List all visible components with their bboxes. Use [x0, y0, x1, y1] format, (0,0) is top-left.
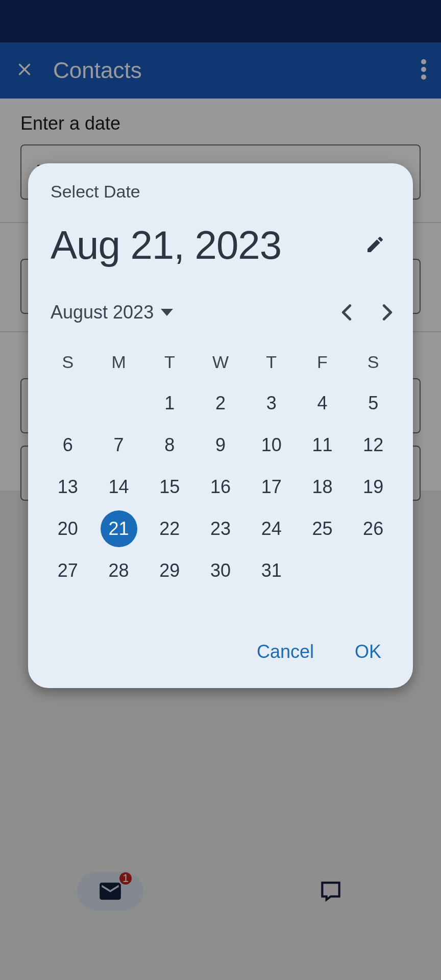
datepicker-headline: Aug 21, 2023 [51, 222, 281, 268]
calendar-day[interactable]: 28 [101, 552, 137, 589]
dow-header: T [246, 344, 297, 380]
datepicker-supertitle: Select Date [28, 182, 413, 202]
calendar-day[interactable]: 18 [304, 469, 340, 505]
calendar-day[interactable]: 25 [304, 510, 340, 547]
dow-header: M [93, 344, 144, 380]
edit-icon[interactable] [360, 229, 390, 262]
calendar-day[interactable]: 20 [50, 510, 86, 547]
dow-header: T [144, 344, 195, 380]
calendar-day[interactable]: 27 [50, 552, 86, 589]
calendar-day[interactable]: 2 [202, 385, 239, 422]
calendar-day[interactable]: 15 [151, 469, 188, 505]
calendar-day[interactable]: 3 [253, 385, 290, 422]
month-label: August 2023 [51, 302, 154, 323]
calendar-day[interactable]: 16 [202, 469, 239, 505]
calendar-day[interactable]: 6 [50, 427, 86, 463]
dropdown-arrow-icon [161, 309, 173, 316]
calendar-day[interactable]: 31 [253, 552, 290, 589]
calendar-day[interactable]: 13 [50, 469, 86, 505]
calendar-day[interactable]: 7 [101, 427, 137, 463]
calendar-day[interactable]: 12 [355, 427, 391, 463]
calendar-day[interactable]: 29 [151, 552, 188, 589]
calendar-day[interactable]: 17 [253, 469, 290, 505]
calendar-day[interactable]: 30 [202, 552, 239, 589]
cancel-button[interactable]: Cancel [251, 636, 320, 668]
calendar-day[interactable]: 11 [304, 427, 340, 463]
dow-header: S [42, 344, 93, 380]
calendar-day[interactable]: 23 [202, 510, 239, 547]
calendar-day[interactable]: 21 [101, 510, 137, 547]
calendar-day[interactable]: 1 [151, 385, 188, 422]
ok-button[interactable]: OK [349, 636, 387, 668]
calendar-day[interactable]: 10 [253, 427, 290, 463]
prev-month-button[interactable] [326, 292, 367, 333]
calendar-day-empty [101, 385, 137, 422]
calendar-day[interactable]: 26 [355, 510, 391, 547]
calendar-day[interactable]: 4 [304, 385, 340, 422]
calendar-day-empty [50, 385, 86, 422]
dow-header: W [195, 344, 246, 380]
calendar-day[interactable]: 19 [355, 469, 391, 505]
calendar-day[interactable]: 22 [151, 510, 188, 547]
calendar-day[interactable]: 14 [101, 469, 137, 505]
date-picker-dialog: Select Date Aug 21, 2023 August 2023 SMT… [28, 163, 413, 688]
dow-header: S [348, 344, 399, 380]
dow-header: F [297, 344, 348, 380]
calendar-day[interactable]: 5 [355, 385, 391, 422]
month-dropdown[interactable]: August 2023 [51, 298, 177, 327]
next-month-button[interactable] [367, 292, 408, 333]
calendar-day[interactable]: 9 [202, 427, 239, 463]
calendar-grid: SMTWTFS123456789101112131415161718192021… [28, 335, 413, 589]
calendar-day[interactable]: 8 [151, 427, 188, 463]
calendar-day[interactable]: 24 [253, 510, 290, 547]
